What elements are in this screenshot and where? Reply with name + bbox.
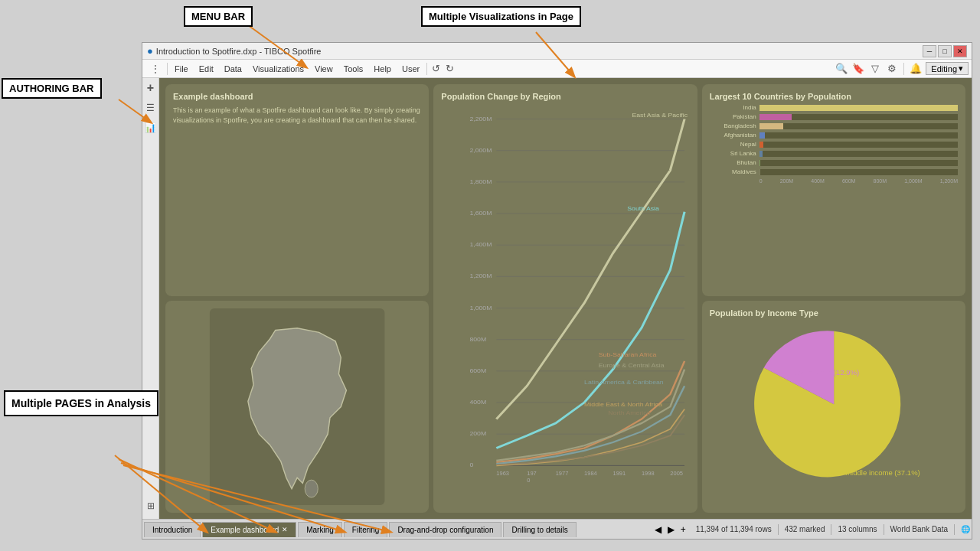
bar-label-pakistan: Pakistan (710, 113, 760, 120)
window-icon: ● (147, 45, 153, 57)
menu-visualizations[interactable]: Visualizations (247, 64, 309, 73)
pages-icon[interactable]: ☰ (144, 101, 158, 115)
tab-introduction[interactable]: Introduction (144, 522, 201, 537)
bar-row-pakistan: Pakistan (710, 113, 958, 120)
search-icon[interactable]: 🔍 (835, 62, 848, 76)
status-sep4 (954, 524, 955, 535)
pie-panel: Population by Income Type Low Income (12… (702, 301, 965, 513)
window-controls: ─ □ ✕ (923, 45, 967, 57)
svg-text:North America: North America (609, 410, 652, 416)
dashboard: Example dashboard This is an example of … (159, 78, 972, 519)
bar-label-nepal: Nepal (710, 141, 760, 148)
menu-help[interactable]: Help (368, 64, 397, 73)
bar-row-bangladesh: Bangladesh (710, 122, 958, 129)
svg-text:0: 0 (528, 478, 531, 482)
minimize-button[interactable]: ─ (923, 45, 936, 57)
svg-text:1,600M: 1,600M (470, 210, 492, 217)
bar-track-india (760, 105, 958, 111)
chart-icon[interactable]: 📊 (144, 121, 158, 135)
bar-row-bhutan: Bhutan (710, 159, 958, 166)
refresh-icon[interactable]: ↺ (429, 62, 443, 76)
tab-nav-prev[interactable]: ◀ (652, 524, 664, 535)
svg-point-47 (305, 480, 318, 497)
menu-dots[interactable]: ⋮ (145, 63, 165, 75)
bar-track-afghanistan (760, 132, 958, 139)
svg-text:600M: 600M (470, 368, 487, 374)
authoring-bar-label: AUTHORING BAR (2, 78, 102, 99)
svg-text:Low Income (12.9%): Low Income (12.9%) (792, 368, 859, 377)
tab-drilling[interactable]: Drilling to details (503, 522, 576, 537)
bar-track-bangladesh (760, 123, 958, 129)
toolbar-right: 🔍 🔖 ▽ ⚙ 🔔 Editing ▾ (835, 62, 969, 76)
source-status: World Bank Data (890, 525, 948, 533)
bar-track-maldives (760, 169, 958, 175)
tab-marking[interactable]: Marking (298, 522, 342, 537)
bar-track-bhutan (760, 160, 958, 166)
svg-text:1,200M: 1,200M (470, 273, 492, 279)
status-sep1 (778, 524, 779, 535)
svg-text:Latin America & Caribbean: Latin America & Caribbean (584, 380, 664, 386)
intro-panel: Example dashboard This is an example of … (165, 84, 429, 296)
tab-example-dashboard-label: Example dashboard (211, 526, 279, 534)
editing-label: Editing (931, 64, 957, 73)
menu-edit[interactable]: Edit (194, 64, 219, 73)
settings-icon[interactable]: ⚙ (885, 62, 899, 76)
tab-nav-add[interactable]: + (678, 524, 688, 535)
svg-text:Middle East & North Africa: Middle East & North Africa (584, 402, 662, 408)
tab-drag-drop-label: Drag-and-drop configuration (397, 526, 493, 534)
tab-drag-drop[interactable]: Drag-and-drop configuration (389, 522, 501, 537)
menu-sep2 (426, 63, 427, 75)
filter-icon[interactable]: ▽ (868, 62, 882, 76)
svg-text:1991: 1991 (613, 471, 626, 476)
status-bar: 11,394 of 11,394 rows 432 marked 13 colu… (696, 524, 970, 535)
svg-text:0: 0 (470, 462, 474, 468)
bar-label-bhutan: Bhutan (710, 159, 760, 166)
intro-text: This is an example of what a Spotfire da… (173, 106, 421, 125)
tab-example-dashboard-close[interactable]: ✕ (282, 526, 288, 533)
svg-text:Europe & Central Asia: Europe & Central Asia (599, 363, 665, 369)
bell-icon[interactable]: 🔔 (909, 62, 923, 76)
bar-fill-india (760, 105, 958, 111)
menu-view[interactable]: View (309, 64, 338, 73)
add-icon[interactable]: + (144, 81, 158, 95)
window-title: Introduction to Spotfire.dxp - TIBCO Spo… (156, 47, 923, 56)
tab-nav-next[interactable]: ▶ (665, 524, 677, 535)
bar-row-srilanka: Sri Lanka (710, 150, 958, 157)
tab-filtering[interactable]: Filtering (344, 522, 388, 537)
menu-file[interactable]: File (169, 64, 194, 73)
svg-text:1984: 1984 (584, 471, 597, 476)
svg-text:197: 197 (528, 471, 537, 476)
countries-panel: Largest 10 Countries by Population India… (702, 84, 965, 296)
svg-text:Lower middle income (37.1%): Lower middle income (37.1%) (823, 468, 920, 477)
status-sep2 (831, 524, 831, 535)
population-chart: 2,200M 2,000M 1,800M 1,600M 1,400M 1,200… (441, 104, 689, 502)
menu-user[interactable]: User (397, 64, 425, 73)
multi-pages-label: Multiple PAGES in Analysis (4, 390, 158, 416)
maximize-button[interactable]: □ (938, 45, 952, 57)
editing-button[interactable]: Editing ▾ (926, 62, 969, 75)
countries-bar-chart: India Pakistan Bangladesh (710, 104, 958, 184)
svg-text:200M: 200M (470, 431, 487, 437)
forward-icon[interactable]: ↻ (443, 62, 456, 76)
svg-text:South Asia: South Asia (628, 205, 660, 211)
bar-label-srilanka: Sri Lanka (710, 150, 760, 157)
svg-text:1963: 1963 (497, 471, 510, 476)
close-button[interactable]: ✕ (953, 45, 967, 57)
grid-icon[interactable]: ⊞ (144, 499, 158, 513)
map-panel (165, 301, 429, 513)
bar-label-afghanistan: Afghanistan (710, 132, 760, 139)
tab-introduction-label: Introduction (152, 526, 192, 534)
tab-example-dashboard[interactable]: Example dashboard ✕ (202, 522, 296, 537)
menu-sep1 (167, 63, 168, 75)
columns-status: 13 columns (838, 525, 877, 533)
svg-text:2,000M: 2,000M (470, 147, 492, 153)
menu-tools[interactable]: Tools (338, 64, 369, 73)
globe-icon[interactable]: 🌐 (961, 525, 970, 533)
tab-filtering-label: Filtering (352, 526, 380, 534)
menu-data[interactable]: Data (219, 64, 247, 73)
pie-title: Population by Income Type (710, 308, 958, 318)
bar-fill-bhutan (760, 160, 761, 166)
population-title: Population Change by Region (441, 92, 689, 101)
tab-bar: Introduction Example dashboard ✕ Marking… (142, 519, 972, 539)
bookmark-icon[interactable]: 🔖 (851, 62, 865, 76)
